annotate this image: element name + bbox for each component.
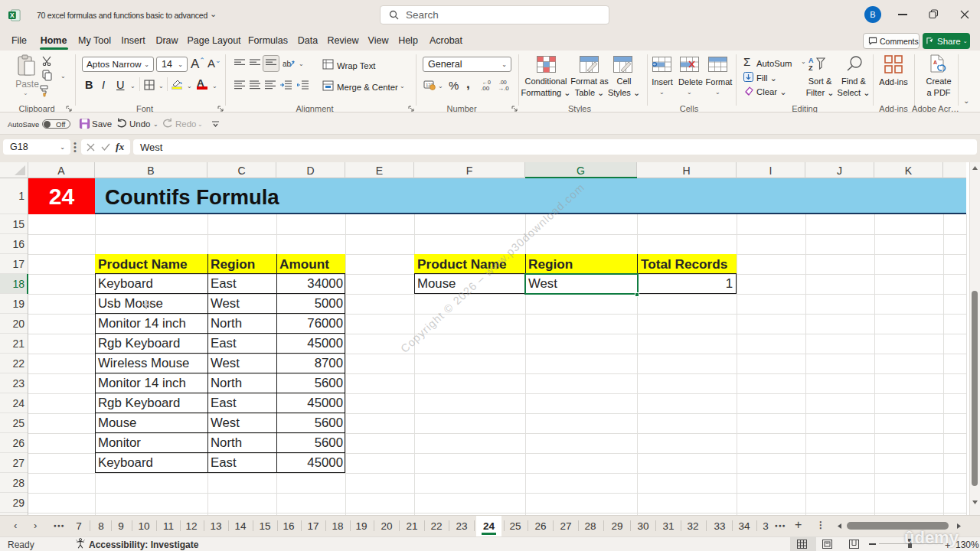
svg-text:Z: Z: [808, 64, 813, 71]
svg-text:.00: .00: [499, 80, 507, 85]
svg-text:→.0: →.0: [498, 85, 509, 91]
svg-text:ab: ab: [283, 60, 292, 68]
svg-text:A: A: [933, 60, 937, 65]
svg-text:A: A: [808, 57, 814, 64]
svg-text:.00: .00: [481, 85, 490, 91]
svg-text:←0: ←0: [482, 80, 491, 85]
svg-text:X: X: [10, 11, 15, 19]
